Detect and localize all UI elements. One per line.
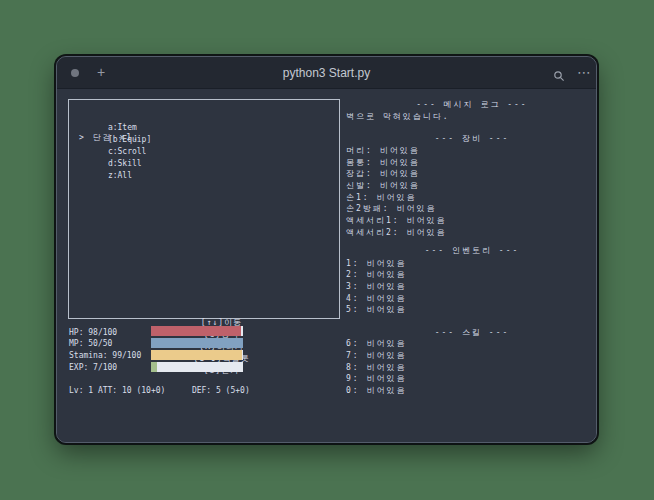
skill-slot-6: 6: 비어있음 (346, 338, 406, 350)
equipment-slot-head: 머리: 비어있음 (346, 145, 420, 157)
menu-tabs-line: a:Item [b:Equip] c:Scroll d:Skill z:All (79, 110, 160, 122)
stat-att-def-row: ATT: 10 (10+0)DEF: 5 (5+0) (69, 373, 250, 385)
inventory-slot-5: 5: 비어있음 (346, 304, 406, 316)
titlebar[interactable]: + python3 Start.py ⋯ (57, 57, 596, 89)
hp-bar-fill (151, 326, 241, 336)
inventory-header: --- 인벤토리 --- (346, 245, 596, 257)
inventory-slot-2: 2: 비어있음 (346, 269, 406, 281)
terminal-screen[interactable]: a:Item [b:Equip] c:Scroll d:Skill z:All … (57, 89, 596, 442)
tab-item: a:Item (108, 123, 137, 132)
terminal-window: + python3 Start.py ⋯ a:Item [b:Equip] c:… (56, 56, 597, 443)
stat-stamina: Stamina: 99/100 (69, 350, 141, 362)
equipment-slot-gloves: 장갑: 비어있음 (346, 168, 420, 180)
equipment-slot-hand2-shield: 손2방패: 비어있음 (346, 203, 436, 215)
skill-slot-0: 0: 비어있음 (346, 385, 406, 397)
tab-skill: d:Skill (108, 159, 142, 168)
inventory-slot-3: 3: 비어있음 (346, 281, 406, 293)
equipment-slot-accessory1: 액세서리1: 비어있음 (346, 215, 446, 227)
equipment-slot-accessory2: 액세서리2: 비어있음 (346, 227, 446, 239)
stamina-bar-fill (151, 350, 242, 360)
search-icon[interactable] (553, 67, 565, 79)
tab-all: z:All (108, 171, 132, 180)
tab-scroll: c:Scroll (108, 147, 147, 156)
mp-bar-fill (151, 338, 243, 348)
window-title: python3 Start.py (57, 57, 596, 89)
equipment-header: --- 장비 --- (346, 133, 596, 145)
message-log-entry: 벽으로 막혀있습니다. (346, 111, 450, 123)
exp-bar-fill (151, 362, 157, 372)
message-log-header: --- 메시지 로그 --- (346, 99, 596, 111)
selected-item-row: > 단검 x1: (79, 132, 140, 144)
exp-bar (151, 362, 243, 372)
stat-def: DEF: 5 (5+0) (192, 386, 250, 395)
equipment-slot-shoes: 신발: 비어있음 (346, 180, 420, 192)
stamina-bar (151, 350, 243, 360)
stat-att: ATT: 10 (10+0) (98, 385, 192, 397)
hp-bar (151, 326, 243, 336)
hotkey-hint-bar: [↑↓]이동 [e]장착 [R]버리기 [1-0]퀵슬롯 [i]닫기 (69, 305, 339, 317)
stat-level: Lv: 1 (69, 385, 93, 397)
skill-slot-7: 7: 비어있음 (346, 350, 406, 362)
menu-dots-icon[interactable]: ⋯ (575, 57, 593, 89)
skill-slot-9: 9: 비어있음 (346, 373, 406, 385)
stat-mp: MP: 50/50 (69, 338, 112, 350)
mp-bar (151, 338, 243, 348)
